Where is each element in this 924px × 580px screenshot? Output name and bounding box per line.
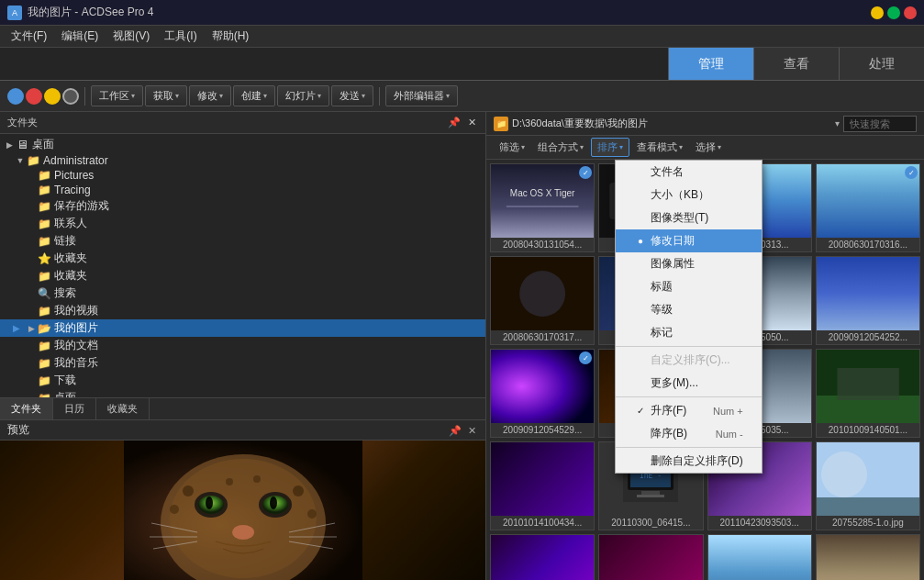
menu-view[interactable]: 视图(V) <box>106 27 157 46</box>
tree-arrow-empty <box>26 170 37 181</box>
image-thumb-12 <box>817 350 919 423</box>
toolbar-send[interactable]: 发送 ▾ <box>331 85 373 106</box>
filter-button[interactable]: 筛选 ▾ <box>494 139 530 156</box>
tree-item-favorites2[interactable]: 📁 收藏夹 <box>0 267 485 284</box>
main-layout: 文件夹 📌 ✕ ▶ 🖥 桌面 ▼ 📁 <box>0 112 924 580</box>
svg-point-14 <box>226 478 233 485</box>
tree-item-search[interactable]: 🔍 搜索 <box>0 284 485 302</box>
panel-controls: 📌 ✕ <box>446 117 478 128</box>
sort-filename[interactable]: 文件名 <box>616 161 762 184</box>
tab-calendar[interactable]: 日历 <box>53 398 96 419</box>
path-text: D:\360data\重要数据\我的图片 <box>512 117 831 130</box>
group-button[interactable]: 组合方式 ▾ <box>532 139 589 156</box>
tree-item-favorites1[interactable]: ⭐ 收藏夹 <box>0 250 485 267</box>
image-label-9: 20090912054529... <box>491 423 594 437</box>
panel-close-button[interactable]: ✕ <box>466 117 478 128</box>
folder-icon: 📁 <box>37 218 51 230</box>
view-mode-button[interactable]: 查看模式 ▾ <box>631 139 688 156</box>
tree-item-admin[interactable]: ▼ 📁 Administrator <box>0 153 485 168</box>
image-thumb-1: Mac OS X Tiger <box>491 164 594 238</box>
image-cell-12[interactable]: 20101009140501... <box>816 349 920 438</box>
tree-item-links[interactable]: 📁 链接 <box>0 232 485 250</box>
menu-edit[interactable]: 编辑(E) <box>54 27 106 46</box>
toolbar-circle-red[interactable] <box>26 88 42 105</box>
image-cell-4[interactable]: ✓ 20080630170316... <box>816 163 920 252</box>
path-bar: 📁 D:\360data\重要数据\我的图片 ▾ <box>486 112 924 136</box>
toolbar-modify[interactable]: 修改 ▾ <box>189 85 231 106</box>
sort-more[interactable]: 更多(M)... <box>616 372 762 395</box>
image-cell-17[interactable] <box>490 534 595 580</box>
tree-item-my-music[interactable]: 📁 我的音乐 <box>0 354 485 372</box>
tab-favorites[interactable]: 收藏夹 <box>96 398 150 419</box>
path-folder-icon: 📁 <box>494 117 508 131</box>
sort-sep-2 <box>616 396 762 397</box>
tree-item-my-videos[interactable]: 📁 我的视频 <box>0 302 485 319</box>
sort-ascending[interactable]: ✓升序(F)Num + <box>616 399 762 422</box>
image-cell-8[interactable]: 20090912054252... <box>816 256 920 345</box>
tree-item-tracing[interactable]: 📁 Tracing <box>0 183 485 197</box>
image-cell-1[interactable]: Mac OS X Tiger ✓ 20080430131054... <box>490 163 595 252</box>
preview-close-button[interactable]: ✕ <box>466 425 478 436</box>
svg-point-9 <box>232 525 254 540</box>
select-button[interactable]: 选择 ▾ <box>690 139 727 156</box>
image-cell-18[interactable] <box>598 534 703 580</box>
tab-view[interactable]: 查看 <box>753 48 839 80</box>
sort-button[interactable]: 排序 ▾ <box>591 138 629 157</box>
tree-item-downloads[interactable]: 📁 下载 <box>0 372 485 389</box>
tree-arrow-empty <box>26 358 37 369</box>
sort-title[interactable]: 标题 <box>616 275 762 298</box>
toolbar-workspace[interactable]: 工作区 ▾ <box>91 85 143 106</box>
sort-type[interactable]: 图像类型(T) <box>616 206 762 229</box>
image-cell-5[interactable]: 20080630170317... <box>490 256 595 345</box>
sort-descending[interactable]: 降序(B)Num - <box>616 422 762 445</box>
tab-process[interactable]: 处理 <box>839 48 924 80</box>
svg-point-2 <box>170 459 317 578</box>
sort-size[interactable]: 大小（KB） <box>616 184 762 206</box>
tree-item-contacts[interactable]: 📁 联系人 <box>0 215 485 232</box>
tree-item-pictures[interactable]: 📁 Pictures <box>0 168 485 183</box>
toolbar-create[interactable]: 创建 ▾ <box>233 85 275 106</box>
toolbar-slideshow[interactable]: 幻灯片 ▾ <box>277 85 329 106</box>
tree-item-my-docs[interactable]: 📁 我的文档 <box>0 337 485 354</box>
tree-item-saved-games[interactable]: 📁 保存的游戏 <box>0 197 485 215</box>
close-button[interactable] <box>904 6 917 19</box>
toolbar-acquire[interactable]: 获取 ▾ <box>145 85 187 106</box>
toolbar-circle-white[interactable] <box>62 88 79 105</box>
tree-arrow-empty <box>26 375 37 386</box>
maximize-button[interactable] <box>887 6 900 19</box>
image-badge-4: ✓ <box>905 166 918 179</box>
sort-tag[interactable]: 标记 <box>616 321 762 344</box>
tab-folders[interactable]: 文件夹 <box>0 398 53 419</box>
image-cell-19[interactable] <box>707 534 812 580</box>
sort-delete-custom[interactable]: 删除自定义排序(D) <box>616 450 762 473</box>
panel-pin-button[interactable]: 📌 <box>446 117 462 128</box>
image-cell-20[interactable] <box>816 534 920 580</box>
path-dropdown-arrow[interactable]: ▾ <box>835 118 840 128</box>
sort-date[interactable]: ●修改日期 <box>616 229 762 252</box>
tree-item-desktop1[interactable]: ▶ 🖥 桌面 <box>0 136 485 153</box>
tab-manage[interactable]: 管理 <box>668 48 753 80</box>
toolbar-circle-blue[interactable] <box>7 88 24 105</box>
tree-item-desktop2[interactable]: 📁 桌面 <box>0 389 485 397</box>
toolbar-external-editor[interactable]: 外部编辑器 ▾ <box>385 85 458 106</box>
image-cell-9[interactable]: ✓ 20090912054529... <box>490 349 595 438</box>
tree-arrow: ▶ <box>4 139 15 151</box>
sort-image-props[interactable]: 图像属性 <box>616 252 762 275</box>
menu-file[interactable]: 文件(F) <box>4 27 54 46</box>
menu-tools[interactable]: 工具(I) <box>157 27 204 46</box>
search-input[interactable] <box>843 116 917 132</box>
image-cell-13[interactable]: 20101014100434... <box>490 441 595 530</box>
sort-sep-1 <box>616 346 762 347</box>
menu-help[interactable]: 帮助(H) <box>205 27 257 46</box>
tree-arrow-empty <box>26 340 37 351</box>
minimize-button[interactable] <box>871 6 884 19</box>
file-tree[interactable]: ▶ 🖥 桌面 ▼ 📁 Administrator 📁 Pictures <box>0 134 485 397</box>
sort-rating[interactable]: 等级 <box>616 298 762 321</box>
svg-rect-37 <box>637 495 664 497</box>
image-cell-16[interactable]: 20755285-1.o.jpg <box>816 441 920 530</box>
tree-item-my-pictures[interactable]: ▶ ▶ 📂 我的图片 <box>0 319 485 337</box>
toolbar-circle-yellow[interactable] <box>44 88 61 105</box>
window-controls <box>871 6 917 19</box>
preview-pin-button[interactable]: 📌 <box>447 425 463 436</box>
menu-bar: 文件(F) 编辑(E) 视图(V) 工具(I) 帮助(H) <box>0 26 924 48</box>
